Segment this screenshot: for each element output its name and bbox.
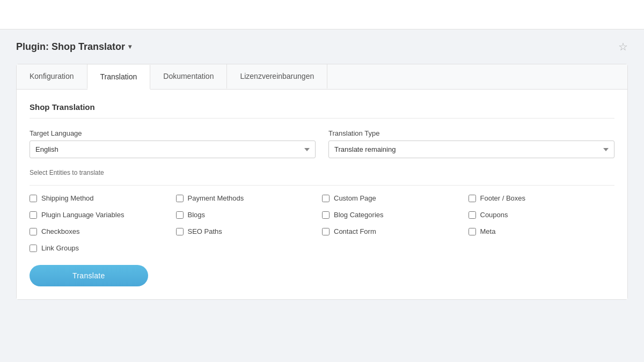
checkbox-shipping-method[interactable]: Shipping Method — [30, 194, 176, 202]
checkbox-blog-categories-input[interactable] — [322, 211, 330, 219]
tab-content-translation: Shop Translation Target Language English… — [17, 90, 627, 299]
checkbox-blogs[interactable]: Blogs — [176, 211, 323, 219]
checkbox-shipping-method-input[interactable] — [30, 195, 37, 202]
checkbox-footer-boxes[interactable]: Footer / Boxes — [469, 194, 615, 202]
checkbox-plugin-language-variables[interactable]: Plugin Language Variables — [30, 211, 176, 219]
star-icon[interactable]: ☆ — [618, 40, 628, 53]
tabs-container: Konfiguration Translation Dokumentation … — [16, 64, 628, 300]
page-wrapper: Plugin: Shop Translator ▾ ☆ Konfiguratio… — [0, 0, 644, 362]
checkbox-blogs-input[interactable] — [176, 211, 184, 219]
translate-button[interactable]: Translate — [30, 265, 148, 286]
tab-dokumentation[interactable]: Dokumentation — [150, 64, 227, 89]
translation-type-group: Translation Type Translate remaining Tra… — [328, 129, 614, 158]
checkbox-payment-methods-input[interactable] — [176, 195, 184, 202]
chevron-down-icon: ▾ — [128, 43, 131, 50]
divider — [30, 185, 614, 186]
checkboxes-grid: Shipping Method Payment Methods Custom P… — [30, 194, 614, 252]
translation-type-select[interactable]: Translate remaining Translate all Retran… — [328, 141, 614, 158]
tab-konfiguration[interactable]: Konfiguration — [17, 64, 87, 89]
section-title: Shop Translation — [30, 102, 614, 119]
target-language-label: Target Language — [30, 129, 316, 137]
tabs-nav: Konfiguration Translation Dokumentation … — [17, 64, 627, 90]
tab-lizenzvereinbarungen[interactable]: Lizenzvereinbarungen — [227, 64, 327, 89]
translation-type-label: Translation Type — [328, 129, 614, 137]
plugin-header: Plugin: Shop Translator ▾ ☆ — [16, 40, 628, 53]
target-language-group: Target Language English German French Sp… — [30, 129, 316, 158]
top-bar — [0, 0, 644, 29]
checkbox-meta[interactable]: Meta — [469, 227, 615, 235]
checkbox-link-groups-input[interactable] — [30, 245, 37, 252]
plugin-title-text: Plugin: Shop Translator — [16, 41, 125, 53]
checkbox-contact-form-input[interactable] — [322, 228, 330, 235]
checkbox-coupons-input[interactable] — [469, 211, 476, 219]
tab-translation[interactable]: Translation — [87, 65, 151, 90]
checkbox-seo-paths[interactable]: SEO Paths — [176, 227, 323, 235]
content-area: Plugin: Shop Translator ▾ ☆ Konfiguratio… — [0, 29, 644, 311]
checkbox-checkboxes-input[interactable] — [30, 228, 37, 235]
checkbox-footer-boxes-input[interactable] — [469, 195, 476, 202]
form-row-languages: Target Language English German French Sp… — [30, 129, 614, 158]
checkbox-plugin-language-variables-input[interactable] — [30, 211, 37, 219]
checkbox-meta-input[interactable] — [469, 228, 476, 235]
checkbox-payment-methods[interactable]: Payment Methods — [176, 194, 323, 202]
plugin-title[interactable]: Plugin: Shop Translator ▾ — [16, 41, 131, 53]
checkbox-blog-categories[interactable]: Blog Categories — [322, 211, 469, 219]
select-entities-label: Select Entities to translate — [30, 169, 614, 176]
checkbox-contact-form[interactable]: Contact Form — [322, 227, 469, 235]
checkbox-seo-paths-input[interactable] — [176, 228, 184, 235]
target-language-select[interactable]: English German French Spanish Italian — [30, 141, 316, 158]
checkbox-custom-page[interactable]: Custom Page — [322, 194, 469, 202]
checkbox-link-groups[interactable]: Link Groups — [30, 244, 176, 252]
checkbox-checkboxes[interactable]: Checkboxes — [30, 227, 176, 235]
checkbox-custom-page-input[interactable] — [322, 195, 330, 202]
checkbox-coupons[interactable]: Coupons — [469, 211, 615, 219]
